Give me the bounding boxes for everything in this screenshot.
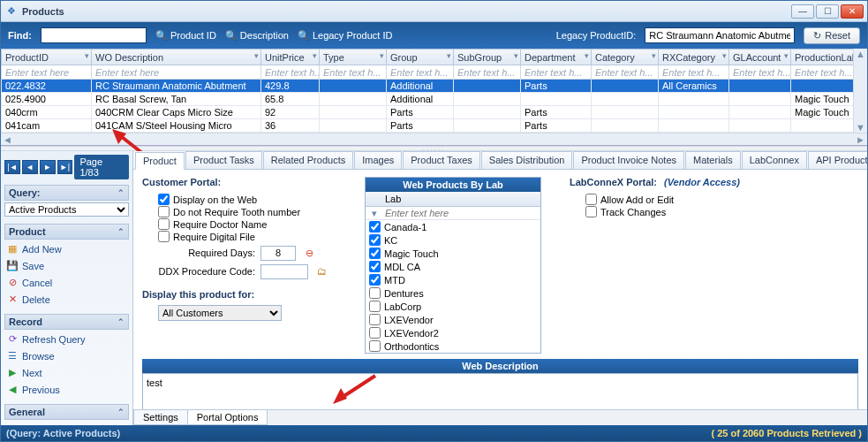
filter-icon[interactable]: ▾ [380, 51, 384, 60]
lab-checkbox[interactable] [369, 261, 381, 272]
tab-related-products[interactable]: Related Products [263, 151, 353, 169]
vendor-access-link[interactable]: (Vendor Access) [664, 177, 740, 187]
filter-input[interactable]: Enter text here [92, 65, 261, 80]
filter-input[interactable]: Enter text h... [261, 65, 320, 80]
lab-filter-input[interactable] [383, 207, 540, 219]
pager-prev[interactable]: ◄ [22, 160, 38, 174]
nav-previous[interactable]: ◀Previous [4, 382, 129, 397]
lab-column-header[interactable]: Lab [366, 192, 540, 207]
lab-row[interactable]: LabCorp [366, 300, 540, 313]
filter-input[interactable]: Enter text h... [320, 65, 387, 80]
lab-checkbox[interactable] [369, 301, 381, 312]
col-glaccount[interactable]: GLAccount▾ [729, 50, 791, 65]
ddx-lookup-button[interactable]: 🗂 [313, 263, 329, 279]
lab-row[interactable]: Canada-1 [366, 220, 540, 233]
lab-row[interactable]: KC [366, 233, 540, 247]
find-by-productid[interactable]: 🔍Product ID [155, 30, 216, 42]
lab-row[interactable]: Dentures [366, 286, 540, 300]
filter-icon[interactable]: ▾ [254, 51, 259, 60]
chk-require-doctor[interactable]: Require Doctor Name [158, 218, 345, 230]
filter-icon[interactable]: ▾ [447, 51, 451, 60]
tab-product-tasks[interactable]: Product Tasks [185, 151, 262, 169]
web-description-text[interactable]: test [142, 373, 858, 409]
lab-checkbox[interactable] [369, 221, 381, 232]
lab-row[interactable]: MTD [366, 273, 540, 286]
required-days-input[interactable] [260, 246, 296, 261]
pager-next[interactable]: ► [40, 160, 56, 174]
nav-browse[interactable]: ☰Browse [4, 348, 129, 363]
filter-input[interactable]: Enter text h... [729, 65, 791, 80]
find-input[interactable] [41, 27, 147, 43]
nav-add-new[interactable]: ▦Add New [4, 241, 129, 256]
nav-next[interactable]: ▶Next [4, 365, 129, 380]
tab-materials[interactable]: Materials [685, 151, 741, 169]
chk-allow-add-edit[interactable]: Allow Add or Edit [585, 194, 740, 205]
filter-icon[interactable]: ▾ [652, 51, 656, 60]
filter-input[interactable]: Enter text h... [592, 65, 659, 80]
chk-track-changes[interactable]: Track Changes [585, 206, 740, 217]
lab-checkbox[interactable] [369, 248, 381, 259]
lab-row[interactable]: Orthodontics [366, 339, 540, 353]
bottom-tab-portal-options[interactable]: Portal Options [187, 410, 268, 425]
lab-row[interactable]: MDL CA [366, 260, 540, 273]
lab-checkbox[interactable] [369, 327, 381, 339]
lab-checkbox[interactable] [369, 274, 381, 286]
lab-row[interactable]: Magic Touch [366, 247, 540, 260]
col-unitprice[interactable]: UnitPrice▾ [261, 50, 320, 65]
tab-product-taxes[interactable]: Product Taxes [403, 151, 480, 169]
nav-refresh-query[interactable]: ⟳Refresh Query [4, 332, 129, 347]
filter-input[interactable]: Enter text h... [659, 65, 729, 80]
legacy-productid-input[interactable] [645, 27, 795, 43]
col-wo-description[interactable]: WO Description▾ [92, 50, 261, 65]
maximize-button[interactable]: ☐ [816, 4, 839, 19]
tab-sales-distribution[interactable]: Sales Distribution [481, 151, 573, 169]
query-section-header[interactable]: Query:⌃ [4, 185, 129, 201]
find-by-description[interactable]: 🔍Description [225, 30, 289, 42]
filter-icon[interactable]: ▾ [585, 51, 589, 60]
filter-input[interactable]: Enter text h... [387, 65, 454, 80]
query-select[interactable]: Active Products [4, 202, 129, 217]
grid-horizontal-scrollbar[interactable]: ◄► [1, 133, 867, 145]
filter-input[interactable]: Enter text h... [791, 65, 854, 80]
minimize-button[interactable]: — [791, 4, 814, 19]
lab-checkbox[interactable] [369, 287, 381, 299]
lab-row[interactable]: LXEVendor2 [366, 326, 540, 339]
filter-input[interactable]: Enter text here [2, 65, 92, 80]
col-productionlab[interactable]: ProductionLab▾ [791, 50, 854, 65]
col-group[interactable]: Group▾ [387, 50, 454, 65]
tab-product-invoice-notes[interactable]: Product Invoice Notes [573, 151, 684, 169]
lab-checkbox[interactable] [369, 234, 381, 246]
filter-input[interactable]: Enter text h... [521, 65, 592, 80]
pager-first[interactable]: |◄ [4, 160, 20, 174]
tab-images[interactable]: Images [354, 151, 402, 169]
col-rxcategory[interactable]: RXCategory▾ [659, 50, 729, 65]
filter-icon[interactable]: ▾ [366, 208, 383, 219]
lab-checkbox[interactable] [369, 314, 381, 325]
tab-api-products[interactable]: API Products [808, 151, 867, 169]
clear-days-button[interactable]: ⊖ [301, 245, 317, 261]
find-by-legacy[interactable]: 🔍Legacy Product ID [298, 30, 393, 42]
filter-icon[interactable]: ▾ [514, 51, 518, 60]
chk-require-file[interactable]: Require Digital File [158, 231, 345, 242]
nav-cancel[interactable]: ⊘Cancel [4, 275, 129, 290]
col-type[interactable]: Type▾ [320, 50, 387, 65]
lab-row[interactable]: LXEVendor [366, 313, 540, 326]
col-department[interactable]: Department▾ [521, 50, 592, 65]
grid-vertical-scrollbar[interactable]: ▲▼ [853, 49, 867, 133]
filter-icon[interactable]: ▾ [313, 51, 317, 60]
record-section-header[interactable]: Record⌃ [4, 314, 129, 330]
col-category[interactable]: Category▾ [592, 50, 659, 65]
chk-display-web[interactable]: Display on the Web [158, 194, 345, 205]
bottom-tab-settings[interactable]: Settings [133, 410, 188, 425]
chk-no-tooth[interactable]: Do not Require Tooth number [158, 206, 345, 217]
nav-save[interactable]: 💾Save [4, 258, 129, 273]
lab-checkbox[interactable] [369, 340, 381, 352]
table-row[interactable]: 040crm040CRM Clear Caps Micro Size92Part… [2, 106, 854, 119]
ddx-code-input[interactable] [260, 264, 308, 279]
display-for-select[interactable]: All Customers [158, 305, 282, 321]
general-section-header[interactable]: General⌃ [4, 404, 129, 420]
products-grid[interactable]: ProductID▾WO Description▾UnitPrice▾Type▾… [1, 49, 853, 133]
nav-delete[interactable]: ✕Delete [4, 292, 129, 307]
tab-labconnex[interactable]: LabConnex [742, 151, 807, 169]
col-subgroup[interactable]: SubGroup▾ [454, 50, 521, 65]
